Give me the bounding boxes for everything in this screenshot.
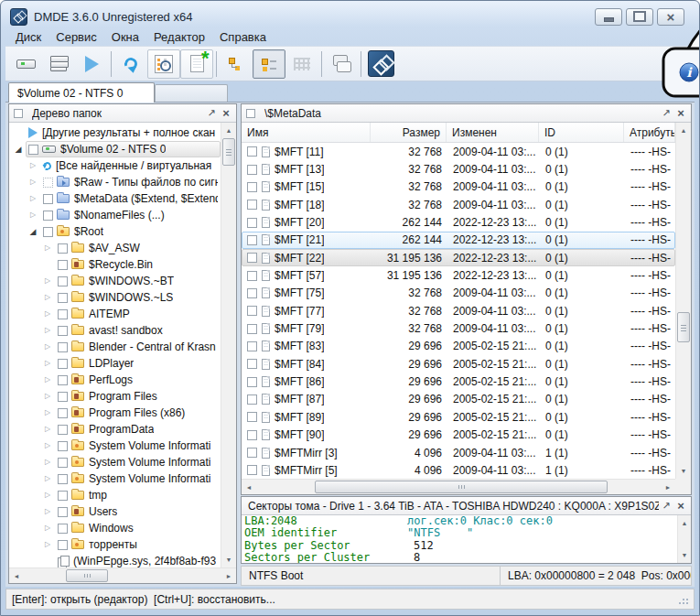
scroll-right-icon[interactable]: ► — [661, 480, 675, 494]
tree-item[interactable]: ▷$Raw - Типы файлов по сигн — [9, 174, 221, 190]
scroll-up-icon[interactable]: ▲ — [221, 124, 236, 137]
checkbox[interactable] — [247, 146, 257, 157]
expander-icon[interactable]: ▷ — [40, 289, 55, 306]
column-header-3[interactable]: Изменен — [447, 123, 539, 142]
file-row[interactable]: $MFT [84]29 6962005-02-15 21:...0 (1)---… — [242, 355, 675, 373]
new-scan-button[interactable] — [180, 49, 213, 79]
checkbox[interactable] — [58, 491, 68, 501]
file-row[interactable]: $MFT [79]32 7682009-04-11 03:...0 (1)---… — [242, 319, 675, 337]
menu-item-5[interactable]: Справка — [212, 29, 274, 45]
checkbox[interactable] — [58, 342, 68, 352]
tree-item[interactable]: [Другие результаты + полное скан — [9, 124, 221, 141]
expander-icon[interactable]: ▷ — [26, 174, 40, 190]
file-row[interactable]: $MFT [13]32 7682009-04-11 03:...0 (1)---… — [242, 160, 675, 178]
expander-icon[interactable]: ▷ — [40, 388, 55, 405]
resize-grip[interactable] — [679, 595, 688, 604]
scroll-thumb[interactable] — [677, 312, 690, 342]
checkbox[interactable] — [58, 507, 68, 517]
checkbox[interactable] — [247, 165, 257, 175]
expander-icon[interactable]: ▷ — [40, 438, 55, 454]
scroll-down-icon[interactable]: ▼ — [221, 553, 236, 567]
tree-item[interactable]: ▷System Volume Informati — [9, 438, 221, 454]
expander-icon[interactable]: ▷ — [40, 421, 55, 438]
partitions-button[interactable] — [42, 49, 75, 79]
column-header-5[interactable]: Атрибуты — [624, 123, 675, 142]
tree-view-button[interactable] — [220, 49, 253, 79]
close-icon[interactable] — [673, 106, 688, 120]
checkbox[interactable] — [58, 540, 68, 550]
expander-icon[interactable]: ▷ — [40, 503, 55, 520]
tab-active[interactable]: $Volume 02 - NTFS 0 — [8, 82, 155, 103]
checkbox[interactable] — [247, 430, 257, 440]
checkbox[interactable] — [247, 200, 257, 210]
refresh-button[interactable] — [114, 49, 147, 79]
checkbox[interactable] — [58, 359, 68, 369]
open-volume-button[interactable] — [75, 49, 108, 79]
list-view-button[interactable] — [253, 49, 285, 79]
tree-item[interactable]: ▷System Volume Informati — [9, 470, 221, 487]
checkbox[interactable] — [247, 465, 257, 475]
tree-item[interactable]: ▷[Все найденные / виртуальная — [9, 157, 221, 174]
file-row[interactable]: $MFT [86]29 6962005-02-15 21:...0 (1)---… — [242, 373, 675, 390]
scroll-left-icon[interactable]: ◄ — [242, 480, 256, 494]
file-row[interactable]: $MFT [89]29 6962005-02-15 21:...0 (1)---… — [242, 408, 675, 426]
tree-item[interactable]: (WinPEpge.sys, 2f4bf8ab-f93 — [9, 553, 221, 567]
file-row[interactable]: $MFT [15]32 7682009-04-11 03:...0 (1)---… — [242, 178, 675, 196]
file-row[interactable]: $MFT [77]32 7682009-04-11 03:...0 (1)---… — [242, 302, 675, 319]
expander-icon[interactable]: ◢ — [26, 223, 40, 240]
close-icon[interactable] — [219, 106, 233, 120]
scroll-up-icon[interactable]: ▲ — [678, 516, 691, 530]
checkbox[interactable] — [247, 324, 257, 334]
tree-item[interactable]: ▷Program Files — [9, 388, 221, 405]
tree-item[interactable]: ▷$WINDOWS.~BT — [9, 273, 221, 289]
sector-vertical-scrollbar[interactable]: ▲ ▼ — [677, 515, 691, 563]
expander-icon[interactable]: ▷ — [40, 306, 55, 322]
panel-checkbox[interactable] — [246, 109, 255, 118]
checkbox[interactable] — [58, 375, 68, 385]
expander-icon[interactable]: ◢ — [11, 141, 26, 157]
expander-icon[interactable]: ▷ — [26, 190, 40, 207]
tree-vertical-scrollbar[interactable]: ▲ ▼ — [221, 123, 236, 567]
checkbox[interactable] — [247, 394, 257, 405]
file-row[interactable]: $MFTMirr [3]4 0962009-04-11 03:...1 (1)-… — [242, 444, 675, 461]
checkbox[interactable] — [247, 341, 257, 351]
expander-icon[interactable]: ▷ — [40, 273, 55, 289]
checkbox[interactable] — [247, 271, 257, 281]
table-horizontal-scrollbar[interactable]: ◄ ► — [242, 479, 675, 494]
checkbox[interactable] — [58, 441, 68, 451]
menu-item-3[interactable]: Окна — [104, 29, 146, 45]
scroll-thumb[interactable] — [315, 481, 608, 493]
checkbox[interactable] — [58, 408, 68, 418]
checkbox[interactable] — [247, 359, 257, 369]
checkbox[interactable] — [247, 412, 257, 422]
file-row[interactable]: $MFT [87]29 6962005-02-15 21:...0 (1)---… — [242, 391, 675, 408]
file-row[interactable]: $MFT [21]262 1442022-12-23 13:...0 (1)--… — [242, 232, 675, 249]
checkbox[interactable] — [247, 377, 257, 387]
file-row[interactable]: $MFT [18]32 7682009-04-11 03:...0 (1)---… — [242, 196, 675, 213]
checkbox[interactable] — [58, 474, 68, 484]
expander-icon[interactable]: ▷ — [40, 470, 55, 487]
checkbox[interactable] — [43, 178, 53, 188]
checkbox[interactable] — [58, 243, 68, 254]
table-vertical-scrollbar[interactable]: ▲ ▼ — [675, 123, 691, 479]
scroll-down-icon[interactable]: ▼ — [678, 548, 691, 562]
dmde-editor-button[interactable] — [364, 49, 397, 79]
checkbox[interactable] — [247, 448, 257, 458]
checkbox[interactable] — [28, 145, 38, 155]
file-row[interactable]: $MFT [11]32 7682009-04-11 03:...0 (1)---… — [242, 143, 675, 160]
maximize-button[interactable] — [626, 8, 653, 26]
tree-item[interactable]: ▷PerfLogs — [9, 372, 221, 388]
checkbox[interactable] — [58, 458, 68, 468]
tree-item[interactable]: $Recycle.Bin — [9, 256, 221, 273]
menu-item-4[interactable]: Редактор — [146, 29, 212, 45]
file-row[interactable]: $MFT [22]31 195 1362022-12-23 13:...0 (1… — [242, 249, 675, 266]
scroll-up-icon[interactable]: ▲ — [676, 124, 691, 137]
tree-item[interactable]: ▷$NonameFiles (...) — [9, 207, 221, 223]
file-row[interactable]: $MFT [83]29 6962005-02-15 21:...0 (1)---… — [242, 338, 675, 355]
file-row[interactable]: $MFT [57]31 195 1362022-12-23 13:...0 (1… — [242, 266, 675, 284]
tree-horizontal-scrollbar[interactable]: ◄ ► — [9, 567, 236, 583]
checkbox[interactable] — [247, 182, 257, 192]
tree-item[interactable]: ▷Windows — [9, 520, 221, 536]
menu-item-1[interactable]: Диск — [8, 29, 48, 45]
tree-item[interactable]: ▷LDPlayer — [9, 355, 221, 372]
